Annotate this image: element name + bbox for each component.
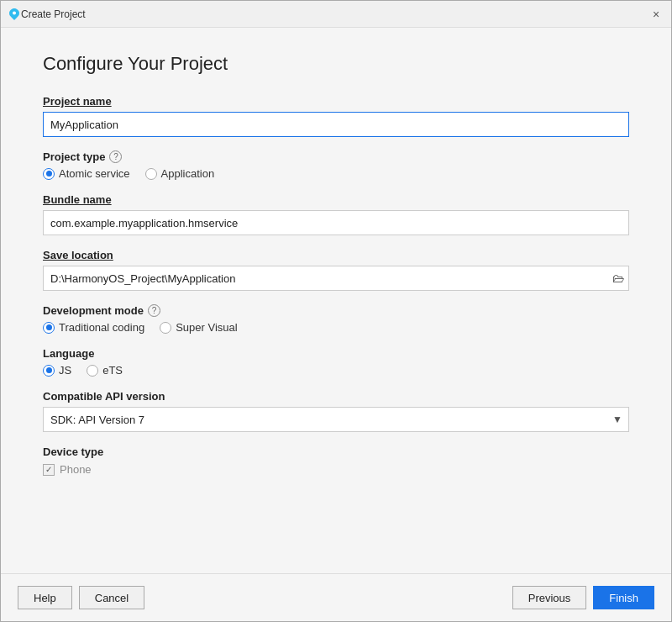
footer-left-buttons: Help Cancel	[18, 586, 144, 609]
bundle-name-input[interactable]	[43, 210, 629, 235]
project-name-input[interactable]	[43, 112, 629, 137]
project-name-label: Project name	[43, 95, 629, 108]
bundle-name-group: Bundle name	[43, 193, 629, 235]
radio-js-label: JS	[59, 364, 71, 377]
radio-atomic-circle	[43, 168, 55, 180]
radio-application-circle	[145, 168, 157, 180]
create-project-window: Create Project × Configure Your Project …	[0, 0, 672, 622]
language-label: Language	[43, 347, 629, 360]
page-title: Configure Your Project	[43, 53, 629, 75]
help-button[interactable]: Help	[18, 586, 72, 609]
folder-browse-icon[interactable]: 🗁	[612, 271, 624, 285]
save-location-group: Save location 🗁	[43, 249, 629, 291]
project-name-group: Project name	[43, 95, 629, 137]
window-title: Create Project	[21, 8, 648, 20]
radio-js[interactable]: JS	[43, 364, 71, 377]
project-type-group: Project type ? Atomic service Applicatio…	[43, 150, 629, 180]
form-content: Configure Your Project Project name Proj…	[1, 28, 671, 573]
save-location-label: Save location	[43, 249, 629, 261]
radio-ets-circle	[87, 365, 98, 377]
cancel-button[interactable]: Cancel	[79, 586, 144, 609]
radio-application-label: Application	[161, 167, 215, 180]
development-mode-help-icon[interactable]: ?	[148, 304, 160, 317]
radio-application[interactable]: Application	[145, 167, 215, 180]
project-type-radio-group: Atomic service Application	[43, 167, 629, 180]
save-location-input[interactable]	[43, 266, 629, 291]
radio-supervisual-circle	[160, 322, 171, 334]
bundle-name-label: Bundle name	[43, 193, 629, 206]
api-version-select[interactable]: SDK: API Version 7 SDK: API Version 6 SD…	[43, 407, 629, 432]
development-mode-radio-group: Traditional coding Super Visual	[43, 321, 629, 334]
save-location-input-wrapper: 🗁	[43, 266, 629, 291]
project-type-help-icon[interactable]: ?	[109, 150, 122, 163]
phone-checkbox-label: Phone	[60, 463, 92, 476]
development-mode-label: Development mode ?	[43, 304, 629, 317]
compatible-api-label: Compatible API version	[43, 390, 629, 403]
radio-ets[interactable]: eTS	[87, 364, 123, 377]
device-type-label: Device type	[43, 445, 629, 458]
radio-ets-label: eTS	[102, 364, 123, 377]
project-type-label: Project type ?	[43, 150, 629, 163]
finish-button[interactable]: Finish	[593, 586, 654, 609]
api-version-select-wrapper: SDK: API Version 7 SDK: API Version 6 SD…	[43, 407, 629, 432]
radio-traditional-coding[interactable]: Traditional coding	[43, 321, 144, 334]
app-icon	[8, 8, 21, 21]
previous-button[interactable]: Previous	[512, 586, 587, 609]
development-mode-group: Development mode ? Traditional coding Su…	[43, 304, 629, 334]
compatible-api-version-group: Compatible API version SDK: API Version …	[43, 390, 629, 432]
device-phone-checkbox[interactable]: Phone	[43, 463, 629, 476]
radio-supervisual-label: Super Visual	[176, 321, 237, 334]
device-type-group: Device type Phone	[43, 445, 629, 476]
close-button[interactable]: ×	[648, 6, 664, 23]
footer-right-buttons: Previous Finish	[512, 586, 654, 609]
radio-super-visual[interactable]: Super Visual	[160, 321, 237, 334]
radio-js-circle	[43, 365, 55, 377]
footer: Help Cancel Previous Finish	[1, 573, 671, 621]
title-bar: Create Project ×	[1, 1, 671, 28]
radio-traditional-label: Traditional coding	[59, 321, 144, 334]
radio-traditional-circle	[43, 322, 55, 334]
language-group: Language JS eTS	[43, 347, 629, 377]
language-radio-group: JS eTS	[43, 364, 629, 377]
phone-checkbox-box	[43, 464, 55, 476]
radio-atomic-service[interactable]: Atomic service	[43, 167, 130, 180]
radio-atomic-label: Atomic service	[59, 167, 130, 180]
